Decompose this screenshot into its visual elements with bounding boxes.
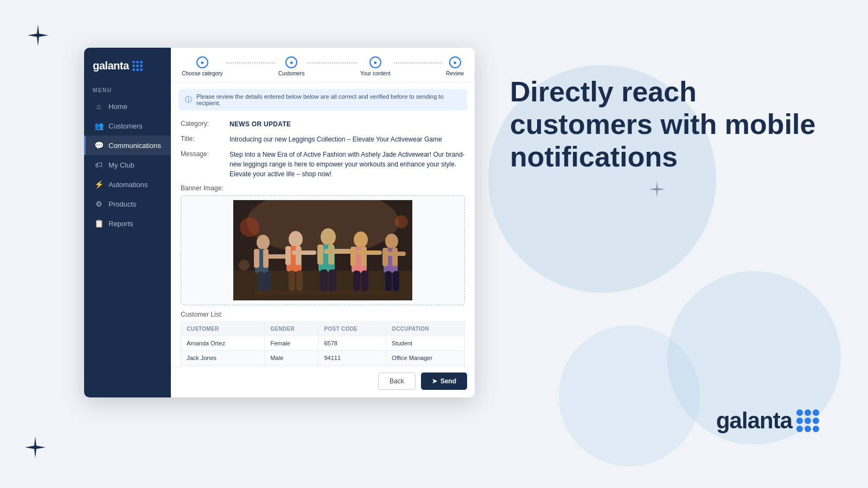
sparkle-top-left-icon: [24, 22, 52, 49]
svg-rect-12: [265, 272, 271, 291]
step-choose-category: ● Choose category: [182, 56, 223, 76]
step-dots-1: [226, 62, 275, 63]
svg-rect-17: [292, 251, 316, 255]
automations-icon: ⚡: [94, 180, 103, 189]
svg-point-27: [354, 232, 368, 248]
sidebar-menu-label: MENU: [84, 82, 171, 97]
svg-rect-22: [317, 245, 323, 265]
svg-rect-40: [393, 271, 399, 291]
sidebar: galanta MENU ⌂ Home 👥 Customers 💬 Commun…: [84, 48, 171, 397]
svg-rect-30: [361, 247, 367, 266]
svg-rect-33: [361, 271, 368, 291]
customer-table: CUSTOMER GENDER POST CODE OCCUPATION Ama…: [181, 322, 465, 367]
table-row: Amanda OrtezFemale6578Student: [181, 336, 465, 351]
step-circle-review: ●: [449, 56, 461, 68]
cell-gender: Male: [265, 351, 318, 365]
sidebar-item-communications[interactable]: 💬 Communications: [84, 136, 171, 155]
svg-rect-19: [296, 271, 303, 291]
category-row: Category: NEWS OR UPDATE: [181, 119, 465, 129]
sidebar-item-reports[interactable]: 📋 Reports: [84, 214, 171, 233]
col-header-occupation: OCCUPATION: [386, 322, 465, 336]
banner-image: [233, 200, 412, 300]
sidebar-item-my-club[interactable]: 🏷 My Club: [84, 155, 171, 175]
send-button[interactable]: ➤ Send: [421, 373, 467, 390]
sidebar-label-communications: Communications: [108, 142, 161, 150]
send-label: Send: [441, 377, 456, 385]
col-header-gender: GENDER: [265, 322, 318, 336]
banner-image-section: Banner Image:: [181, 184, 465, 305]
communications-icon: 💬: [94, 141, 103, 150]
svg-rect-16: [296, 246, 301, 265]
sidebar-logo-text: galanta: [93, 60, 129, 72]
customer-list-section: Customer List: CUSTOMER GENDER POST CODE…: [181, 311, 465, 367]
step-label-review: Review: [446, 70, 464, 76]
svg-point-20: [321, 228, 336, 246]
svg-rect-24: [324, 249, 351, 254]
sidebar-label-home: Home: [108, 102, 127, 111]
sidebar-item-home[interactable]: ⌂ Home: [84, 97, 171, 116]
svg-point-3: [240, 217, 259, 237]
right-panel: Directly reach customers with mobile not…: [477, 0, 868, 488]
step-circle-customers: ●: [285, 56, 297, 68]
customers-icon: 👥: [94, 121, 103, 130]
step-label-choose-category: Choose category: [182, 70, 223, 76]
banner-image-label: Banner Image:: [181, 184, 465, 192]
galanta-logo-text-bottom: galanta: [716, 408, 792, 434]
step-dots-3: [394, 62, 443, 63]
sidebar-label-my-club: My Club: [108, 161, 135, 169]
step-circle-your-content: ●: [369, 56, 381, 68]
message-row: Message: Step into a New Era of of Activ…: [181, 150, 465, 179]
svg-rect-39: [385, 271, 392, 291]
cell-post_code: 94111: [318, 351, 386, 365]
sidebar-item-products[interactable]: ⚙ Products: [84, 194, 171, 214]
back-button[interactable]: Back: [378, 373, 416, 390]
sidebar-label-automations: Automations: [108, 181, 148, 189]
sidebar-logo-dots: [132, 61, 143, 71]
step-your-content: ● Your content: [360, 56, 391, 76]
galanta-logo-dots-bottom: [796, 409, 819, 432]
sidebar-label-customers: Customers: [108, 122, 143, 130]
svg-point-4: [395, 215, 408, 228]
main-content: ● Choose category ● Customers ● Your con…: [171, 48, 475, 397]
title-value: Introducing our new Leggings Collection …: [229, 134, 442, 144]
svg-rect-37: [392, 248, 398, 266]
svg-rect-32: [353, 271, 360, 291]
info-banner: ⓘ Please review the details entered belo…: [178, 89, 467, 111]
cell-occupation: Office Manager: [386, 351, 465, 365]
sidebar-item-customers[interactable]: 👥 Customers: [84, 116, 171, 136]
send-icon: ➤: [432, 377, 437, 385]
customer-list-label: Customer List:: [181, 311, 465, 318]
svg-rect-31: [356, 251, 382, 255]
step-review: ● Review: [446, 56, 464, 76]
step-customers: ● Customers: [278, 56, 304, 76]
svg-rect-38: [387, 252, 406, 256]
cell-occupation: Student: [386, 336, 465, 351]
sidebar-item-automations[interactable]: ⚡ Automations: [84, 175, 171, 194]
galanta-logo-bottom: galanta: [716, 408, 819, 434]
svg-point-13: [289, 231, 303, 247]
sidebar-label-products: Products: [108, 200, 136, 208]
cell-customer: Jack Jones: [181, 351, 265, 365]
svg-rect-18: [289, 271, 295, 291]
cell-post_code: 6578: [318, 336, 386, 351]
svg-point-6: [257, 235, 270, 250]
step-label-your-content: Your content: [360, 70, 391, 76]
svg-rect-11: [258, 272, 264, 291]
col-header-post-code: POST CODE: [318, 322, 386, 336]
svg-rect-26: [329, 269, 336, 291]
home-icon: ⌂: [94, 102, 103, 111]
table-row: Jack JonesMale94111Office Manager: [181, 351, 465, 365]
products-icon: ⚙: [94, 200, 103, 208]
svg-rect-25: [320, 269, 328, 291]
headline: Directly reach customers with mobile not…: [510, 76, 825, 173]
category-value: NEWS OR UPDATE: [229, 119, 291, 129]
category-label: Category:: [181, 119, 229, 129]
cell-customer: Amanda Ortez: [181, 336, 265, 351]
svg-rect-15: [285, 246, 291, 265]
title-label: Title:: [181, 134, 229, 144]
col-header-customer: CUSTOMER: [181, 322, 265, 336]
svg-rect-29: [350, 247, 356, 266]
svg-rect-41: [255, 291, 391, 294]
svg-point-34: [385, 234, 398, 249]
reports-icon: 📋: [94, 219, 103, 228]
